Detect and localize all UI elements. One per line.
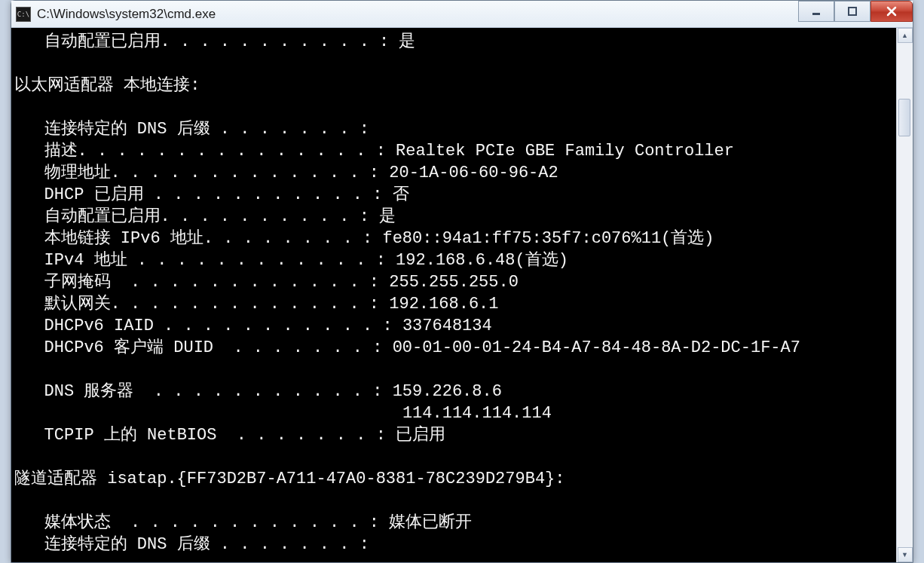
minimize-button[interactable] xyxy=(798,1,834,22)
output-line: DHCPv6 客户端 DUID . . . . . . . : 00-01-00… xyxy=(14,338,800,357)
terminal-area: 自动配置已启用. . . . . . . . . . . : 是 以太网适配器 … xyxy=(11,28,913,562)
cmd-window: C:\ C:\Windows\system32\cmd.exe 自动配置已启用.… xyxy=(11,0,913,563)
output-line: 连接特定的 DNS 后缀 . . . . . . . : xyxy=(14,120,369,139)
window-controls xyxy=(798,1,913,22)
output-line: 以太网适配器 本地连接: xyxy=(14,76,200,95)
output-line: TCPIP 上的 NetBIOS . . . . . . . : 已启用 xyxy=(14,426,445,445)
output-line: 隧道适配器 isatap.{FF73D2B7-A711-47A0-8381-78… xyxy=(14,470,565,488)
output-line: 默认网关. . . . . . . . . . . . . : 192.168.… xyxy=(14,295,499,314)
cmd-icon: C:\ xyxy=(16,7,31,22)
output-line: 连接特定的 DNS 后缀 . . . . . . . : xyxy=(14,535,369,554)
output-line: 自动配置已启用. . . . . . . . . . : 是 xyxy=(14,207,396,226)
output-line: 子网掩码 . . . . . . . . . . . . : 255.255.2… xyxy=(14,273,519,292)
terminal-output[interactable]: 自动配置已启用. . . . . . . . . . . : 是 以太网适配器 … xyxy=(11,28,896,562)
output-line: DHCP 已启用 . . . . . . . . . . . : 否 xyxy=(14,185,409,204)
vertical-scrollbar[interactable]: ▲ ▼ xyxy=(896,28,913,562)
output-line: 媒体状态 . . . . . . . . . . . . : 媒体已断开 xyxy=(14,513,472,532)
window-title: C:\Windows\system32\cmd.exe xyxy=(37,7,216,22)
output-line: IPv4 地址 . . . . . . . . . . . . : 192.16… xyxy=(14,251,568,270)
scroll-track[interactable] xyxy=(897,43,913,547)
scroll-up-button[interactable]: ▲ xyxy=(898,28,913,43)
output-line: 自动配置已启用. . . . . . . . . . . : 是 xyxy=(14,32,415,51)
svg-rect-0 xyxy=(812,13,820,15)
titlebar[interactable]: C:\ C:\Windows\system32\cmd.exe xyxy=(11,1,913,28)
scroll-down-button[interactable]: ▼ xyxy=(898,547,913,562)
output-line: 114.114.114.114 xyxy=(14,404,552,423)
output-line: 物理地址. . . . . . . . . . . . . : 20-1A-06… xyxy=(14,164,558,182)
output-line: DHCPv6 IAID . . . . . . . . . . . : 3376… xyxy=(14,317,492,335)
output-line: 本地链接 IPv6 地址. . . . . . . . : fe80::94a1… xyxy=(14,229,714,248)
maximize-button[interactable] xyxy=(834,1,870,22)
output-line: DNS 服务器 . . . . . . . . . . . : 159.226.… xyxy=(14,382,502,401)
output-line: 描述. . . . . . . . . . . . . . . : Realte… xyxy=(14,142,734,161)
scroll-thumb[interactable] xyxy=(898,99,910,136)
svg-rect-1 xyxy=(849,8,856,15)
close-button[interactable] xyxy=(870,1,913,22)
